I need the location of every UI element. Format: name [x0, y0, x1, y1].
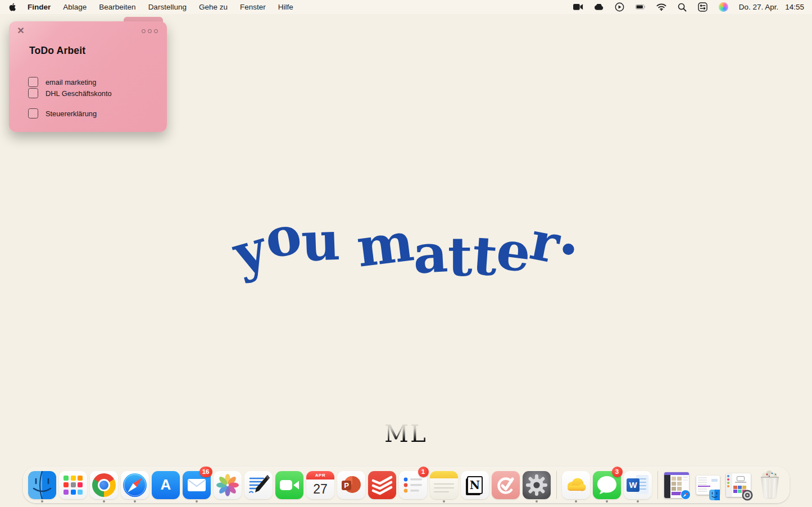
dock-launchpad-icon[interactable] — [58, 467, 89, 503]
search-icon[interactable] — [677, 2, 687, 12]
dock-reminders-icon[interactable]: 1 — [398, 467, 429, 503]
dock-finder-icon[interactable] — [27, 467, 58, 503]
todo-label: email marketing — [46, 78, 96, 86]
dock-mail-icon[interactable]: 16 — [182, 467, 212, 503]
dock-separator — [556, 471, 557, 499]
wallpaper-monogram: ML — [0, 420, 812, 447]
checkbox-dhl-geschaeftskonto[interactable] — [28, 88, 38, 98]
svg-text:P: P — [344, 481, 349, 490]
todo-item: DHL Geschäftskonto — [28, 88, 112, 98]
dock-chrome-icon[interactable] — [89, 467, 120, 503]
dock-safari-icon[interactable] — [120, 467, 151, 503]
dock-pink-checklist-icon[interactable] — [491, 467, 521, 503]
checkbox-steuererklaerung[interactable] — [28, 108, 38, 118]
battery-icon[interactable] — [636, 2, 646, 12]
todo-item: email marketing — [28, 77, 96, 87]
dock-minimized-finder-window[interactable] — [693, 467, 724, 503]
control-center-icon[interactable] — [698, 2, 708, 12]
notion-glyph: N — [467, 476, 483, 494]
menu-bar-clock[interactable]: Do. 27. Apr. 14:55 — [739, 3, 804, 11]
dock-notion-icon[interactable]: N — [460, 467, 491, 503]
dock-minimized-safari-window[interactable] — [662, 467, 693, 503]
todo-label: Steuererklärung — [46, 109, 97, 118]
reminders-badge: 1 — [418, 467, 429, 477]
menu-item-darstellung[interactable]: Darstellung — [142, 3, 193, 11]
calendar-day: 27 — [306, 479, 334, 499]
dock: A 16 — [23, 467, 790, 503]
todo-label: DHL Geschäftskonto — [46, 89, 112, 98]
note-title: ToDo Arbeit — [29, 45, 85, 57]
cloud-icon[interactable] — [594, 2, 604, 12]
app-store-glyph: A — [152, 471, 180, 499]
dock-word-icon[interactable]: W — [623, 467, 654, 503]
menu-item-ablage[interactable]: Ablage — [57, 3, 93, 11]
dock-photos-icon[interactable] — [212, 467, 243, 503]
calendar-month: APR — [306, 471, 334, 479]
apple-menu-icon[interactable] — [8, 2, 16, 12]
menu-item-bearbeiten[interactable]: Bearbeiten — [93, 3, 142, 11]
messages-badge: 3 — [612, 467, 623, 477]
dock-goodnotes-icon[interactable] — [243, 467, 274, 503]
wallpaper-message: you matter. — [0, 218, 812, 271]
menu-item-hilfe[interactable]: Hilfe — [272, 3, 300, 11]
dock-powerpoint-icon[interactable]: P — [336, 467, 367, 503]
dock-messages-icon[interactable]: 3 — [592, 467, 623, 503]
menu-item-gehe-zu[interactable]: Gehe zu — [193, 3, 234, 11]
dock-separator — [657, 471, 658, 499]
wifi-icon[interactable] — [656, 2, 666, 12]
play-circle-icon[interactable] — [615, 2, 625, 12]
video-camera-icon[interactable] — [573, 2, 583, 12]
mail-badge: 16 — [199, 467, 212, 477]
close-icon[interactable]: ✕ — [16, 26, 25, 35]
word-glyph: W — [627, 478, 639, 492]
desktop: Finder Ablage Bearbeiten Darstellung Geh… — [0, 0, 812, 507]
dock-trash-icon[interactable] — [755, 467, 786, 503]
dock-minimized-settings-window[interactable] — [724, 467, 755, 503]
dock-app-store-icon[interactable]: A — [151, 467, 182, 503]
dock-facetime-icon[interactable] — [274, 467, 305, 503]
dock-notes-icon[interactable] — [429, 467, 460, 503]
todo-item: Steuererklärung — [28, 108, 97, 118]
menu-bar: Finder Ablage Bearbeiten Darstellung Geh… — [0, 0, 812, 14]
menu-app-name[interactable]: Finder — [28, 3, 57, 11]
checkbox-email-marketing[interactable] — [28, 77, 38, 87]
dock-system-settings-icon[interactable] — [521, 467, 552, 503]
date-text: Do. 27. Apr. — [739, 3, 779, 11]
dock-yellow-cloud-icon[interactable] — [561, 467, 592, 503]
menu-bar-status: Do. 27. Apr. 14:55 — [573, 2, 804, 12]
dock-todoist-icon[interactable] — [367, 467, 398, 503]
sticky-note[interactable]: ✕ ToDo Arbeit email marketing DHL Geschä… — [9, 21, 167, 132]
three-dots-icon[interactable] — [142, 29, 158, 33]
dock-calendar-icon[interactable]: APR 27 — [305, 467, 336, 503]
time-text: 14:55 — [785, 3, 804, 11]
menu-item-fenster[interactable]: Fenster — [234, 3, 272, 11]
siri-icon[interactable] — [719, 2, 728, 12]
